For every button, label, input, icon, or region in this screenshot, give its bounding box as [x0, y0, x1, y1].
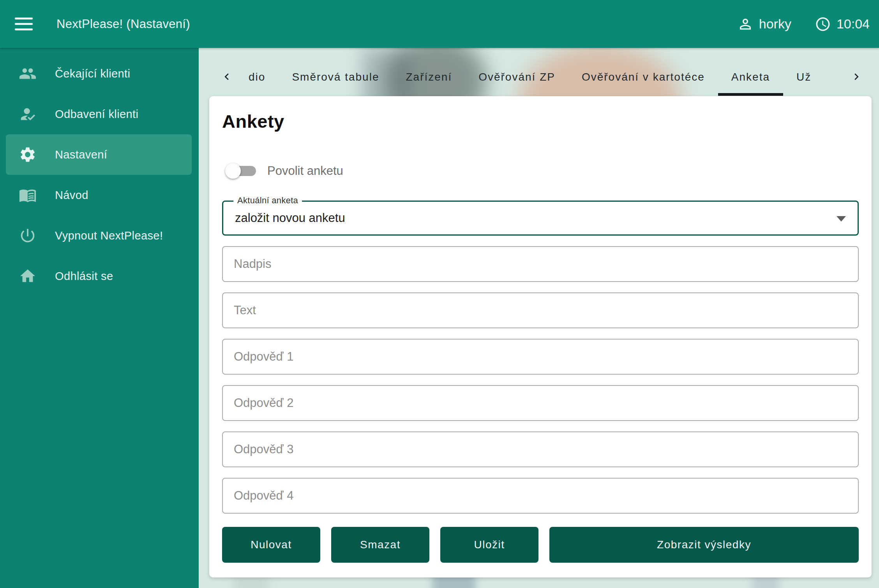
nulovat-button[interactable]: Nulovat: [222, 527, 320, 563]
chevron-left-icon: [220, 70, 233, 85]
zobrazit-vysledky-button[interactable]: Zobrazit výsledky: [549, 527, 859, 563]
logged-user: horky: [759, 16, 791, 32]
app-window: NextPlease! (Nastavení) horky 10:04 Čeka…: [0, 0, 879, 588]
sidebar-item-label: Nastavení: [55, 148, 107, 161]
tab-overovani-v-kartotece[interactable]: Ověřování v kartotéce: [568, 58, 718, 96]
page-title: NextPlease! (Nastavení): [56, 17, 190, 31]
tab-overovani-zp[interactable]: Ověřování ZP: [465, 58, 568, 96]
sidebar-item-nastaveni[interactable]: Nastavení: [6, 134, 192, 175]
sidebar-item-label: Odhlásit se: [55, 270, 113, 283]
anketa-card: Ankety Povolit anketu Aktuální anketa za…: [209, 96, 872, 577]
odpoved-2-input[interactable]: [222, 385, 859, 421]
button-row: Nulovat Smazat Uložit Zobrazit výsledky: [222, 527, 859, 563]
person-check-icon: [19, 105, 37, 123]
sidebar-item-odbaveni-klienti[interactable]: Odbavení klienti: [6, 94, 192, 134]
sidebar-item-label: Návod: [55, 189, 88, 202]
toggle-row: Povolit anketu: [222, 161, 859, 181]
hamburger-icon: [15, 18, 33, 19]
home-icon: [19, 267, 37, 285]
sidebar: Čekající klienti Odbavení klienti Nastav…: [0, 48, 199, 588]
tab-smerova-tabule[interactable]: Směrová tabule: [279, 58, 392, 96]
people-icon: [19, 65, 37, 83]
sidebar-item-odhlasit[interactable]: Odhlásit se: [6, 256, 192, 296]
clock-icon: [815, 16, 831, 32]
povolit-anketu-switch[interactable]: [222, 161, 256, 181]
tabs-scroll-right-button[interactable]: [848, 58, 865, 96]
switch-thumb: [225, 163, 241, 179]
smazat-button[interactable]: Smazat: [331, 527, 429, 563]
nadpis-input[interactable]: [222, 246, 859, 282]
dropdown-arrow-icon: [837, 216, 846, 222]
select-label: Aktuální anketa: [233, 195, 302, 206]
app-header: NextPlease! (Nastavení) horky 10:04: [0, 0, 879, 48]
text-input[interactable]: [222, 292, 859, 328]
power-icon: [19, 227, 37, 245]
tab-uzivatele-clipped[interactable]: Už: [783, 58, 824, 96]
book-icon: [19, 186, 37, 204]
sidebar-item-navod[interactable]: Návod: [6, 175, 192, 215]
sidebar-item-vypnout[interactable]: Vypnout NextPlease!: [6, 215, 192, 256]
sidebar-item-cekajici-klienti[interactable]: Čekající klienti: [6, 53, 192, 94]
chevron-right-icon: [850, 70, 863, 85]
ulozit-button[interactable]: Uložit: [440, 527, 538, 563]
person-icon: [737, 16, 754, 32]
menu-button[interactable]: [15, 12, 39, 36]
sidebar-item-label: Vypnout NextPlease!: [55, 229, 163, 242]
select-value: založit novou anketu: [235, 211, 345, 225]
toggle-label: Povolit anketu: [267, 164, 343, 178]
odpoved-1-input[interactable]: [222, 339, 859, 375]
sidebar-item-label: Čekající klienti: [55, 67, 130, 80]
card-title: Ankety: [222, 111, 859, 132]
gear-icon: [19, 146, 37, 164]
sidebar-item-label: Odbavení klienti: [55, 108, 138, 121]
aktualni-anketa-select[interactable]: Aktuální anketa založit novou anketu: [222, 201, 859, 236]
tab-radio[interactable]: dio: [235, 58, 279, 96]
main-area: dio Směrová tabule Zařízení Ověřování ZP…: [199, 48, 879, 588]
tabs-scroll-left-button[interactable]: [218, 58, 235, 96]
clock-time: 10:04: [837, 16, 870, 32]
odpoved-3-input[interactable]: [222, 431, 859, 467]
tab-zarizeni[interactable]: Zařízení: [392, 58, 465, 96]
tab-anketa[interactable]: Anketa: [718, 58, 783, 96]
odpoved-4-input[interactable]: [222, 478, 859, 514]
settings-tabbar: dio Směrová tabule Zařízení Ověřování ZP…: [218, 58, 865, 96]
header-right: horky 10:04: [737, 16, 870, 32]
